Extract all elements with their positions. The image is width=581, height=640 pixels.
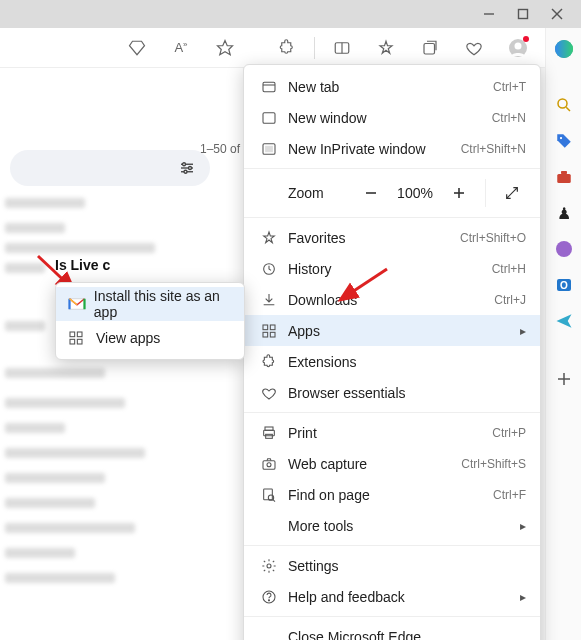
inprivate-icon <box>258 141 280 157</box>
send-icon[interactable] <box>553 310 575 332</box>
menu-print[interactable]: Print Ctrl+P <box>244 417 540 448</box>
menu-apps[interactable]: Apps ▸ <box>244 315 540 346</box>
svg-rect-43 <box>270 325 275 330</box>
menu-extensions[interactable]: Extensions <box>244 346 540 377</box>
help-icon <box>258 589 280 605</box>
menu-shortcut: Ctrl+T <box>493 80 526 94</box>
split-screen-icon[interactable] <box>325 31 359 65</box>
menu-find-on-page[interactable]: Find on page Ctrl+F <box>244 479 540 510</box>
zoom-in-button[interactable] <box>445 179 473 207</box>
window-maximize[interactable] <box>517 8 529 20</box>
favorite-star-icon[interactable] <box>208 31 242 65</box>
svg-text:O: O <box>560 280 568 291</box>
svg-rect-44 <box>263 332 268 337</box>
menu-shortcut: Ctrl+P <box>492 426 526 440</box>
menu-label: Extensions <box>288 354 526 370</box>
camera-icon <box>258 456 280 472</box>
menu-history[interactable]: History Ctrl+H <box>244 253 540 284</box>
chevron-right-icon: ▸ <box>520 324 526 338</box>
svg-point-56 <box>268 599 269 600</box>
gmail-icon <box>68 297 88 311</box>
svg-rect-32 <box>263 82 275 91</box>
heart-pulse-icon <box>258 385 280 401</box>
svg-rect-49 <box>263 460 275 469</box>
fullscreen-button[interactable] <box>498 179 526 207</box>
zoom-out-button[interactable] <box>357 179 385 207</box>
collections-icon[interactable] <box>413 31 447 65</box>
svg-point-50 <box>267 462 271 466</box>
copilot-icon[interactable] <box>553 38 575 60</box>
svg-rect-42 <box>263 325 268 330</box>
menu-label: New tab <box>288 79 493 95</box>
menu-label: Print <box>288 425 492 441</box>
read-aloud-icon[interactable]: A» <box>164 31 198 65</box>
svg-rect-58 <box>77 332 82 337</box>
menu-browser-essentials[interactable]: Browser essentials <box>244 377 540 408</box>
games-icon[interactable]: ♟ <box>553 202 575 224</box>
profile-avatar-icon[interactable] <box>501 31 535 65</box>
menu-label: Settings <box>288 558 526 574</box>
svg-rect-60 <box>77 339 82 344</box>
menu-label: More tools <box>288 518 512 534</box>
favorites-star-plus-icon[interactable] <box>369 31 403 65</box>
menu-label: Help and feedback <box>288 589 512 605</box>
diamond-icon[interactable] <box>120 31 154 65</box>
print-icon <box>258 425 280 441</box>
svg-point-54 <box>267 564 271 568</box>
svg-line-17 <box>566 107 570 111</box>
menu-downloads[interactable]: Downloads Ctrl+J <box>244 284 540 315</box>
menu-new-tab[interactable]: New tab Ctrl+T <box>244 71 540 102</box>
menu-label: Close Microsoft Edge <box>288 629 526 641</box>
svg-rect-1 <box>519 10 528 19</box>
sliders-icon <box>178 159 196 177</box>
menu-label: History <box>288 261 492 277</box>
window-close[interactable] <box>551 8 563 20</box>
svg-marker-40 <box>264 232 275 243</box>
toolbar-separator <box>314 37 315 59</box>
submenu-view-apps[interactable]: View apps <box>56 321 244 355</box>
content-text-fragment: Is Live c <box>55 257 110 273</box>
find-icon <box>258 487 280 503</box>
svg-rect-34 <box>263 112 275 123</box>
new-window-icon <box>258 110 280 126</box>
submenu-install-app[interactable]: Install this site as an app <box>56 287 244 321</box>
svg-rect-59 <box>70 339 75 344</box>
menu-label: Web capture <box>288 456 461 472</box>
browser-toolbar: A» <box>0 28 581 68</box>
menu-favorites[interactable]: Favorites Ctrl+Shift+O <box>244 222 540 253</box>
svg-rect-45 <box>270 332 275 337</box>
extensions-puzzle-icon[interactable] <box>270 31 304 65</box>
svg-point-15 <box>555 40 573 58</box>
office-icon[interactable] <box>553 238 575 260</box>
menu-settings[interactable]: Settings <box>244 550 540 581</box>
svg-point-16 <box>558 99 567 108</box>
health-heart-icon[interactable] <box>457 31 491 65</box>
history-icon <box>258 261 280 277</box>
menu-close-edge[interactable]: Close Microsoft Edge <box>244 621 540 640</box>
menu-shortcut: Ctrl+Shift+S <box>461 457 526 471</box>
svg-point-29 <box>183 163 186 166</box>
menu-label: Favorites <box>288 230 460 246</box>
filter-settings-button[interactable] <box>10 150 210 186</box>
zoom-label: Zoom <box>258 185 349 201</box>
toolbox-icon[interactable] <box>553 166 575 188</box>
menu-new-inprivate[interactable]: New InPrivate window Ctrl+Shift+N <box>244 133 540 164</box>
shopping-tag-icon[interactable] <box>553 130 575 152</box>
download-icon <box>258 292 280 308</box>
window-titlebar <box>0 0 581 28</box>
outlook-icon[interactable]: O <box>553 274 575 296</box>
svg-rect-20 <box>561 171 567 174</box>
svg-rect-48 <box>266 434 273 438</box>
menu-new-window[interactable]: New window Ctrl+N <box>244 102 540 133</box>
menu-more-tools[interactable]: More tools ▸ <box>244 510 540 541</box>
search-icon[interactable] <box>553 94 575 116</box>
add-sidebar-icon[interactable] <box>553 368 575 390</box>
menu-label: Apps <box>288 323 512 339</box>
apps-grid-icon <box>68 330 90 346</box>
window-minimize[interactable] <box>483 8 495 20</box>
menu-web-capture[interactable]: Web capture Ctrl+Shift+S <box>244 448 540 479</box>
pagination-count: 1–50 of <box>200 142 240 156</box>
menu-help[interactable]: Help and feedback ▸ <box>244 581 540 612</box>
svg-rect-36 <box>266 146 273 151</box>
menu-shortcut: Ctrl+H <box>492 262 526 276</box>
